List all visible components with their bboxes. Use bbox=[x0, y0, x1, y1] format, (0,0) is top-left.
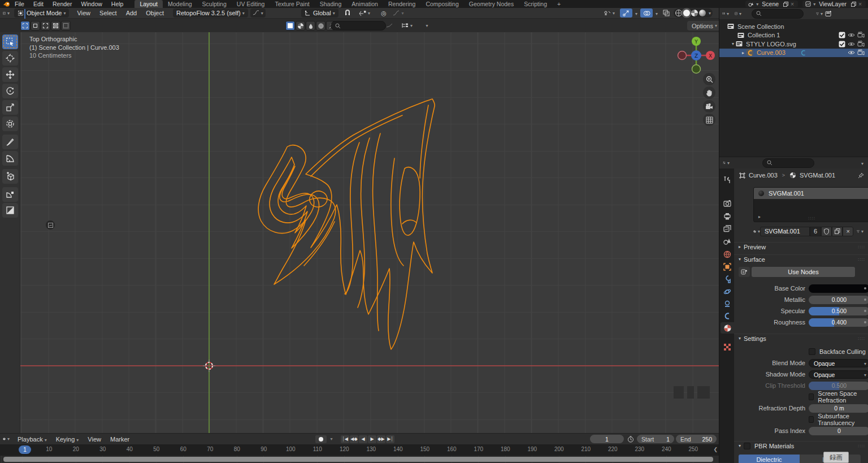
rf-sphere-icon[interactable] bbox=[296, 21, 305, 31]
camera-view-button[interactable] bbox=[703, 100, 715, 112]
rf-world-icon[interactable] bbox=[316, 21, 326, 31]
current-frame-field[interactable]: 1 bbox=[590, 435, 624, 443]
menu-edit[interactable]: Edit bbox=[29, 1, 48, 7]
tab-render[interactable] bbox=[721, 198, 734, 209]
play-button[interactable]: ▶ bbox=[368, 435, 376, 443]
timeline-editor-icon[interactable]: ▾ bbox=[3, 436, 10, 443]
snap-toggle-icon[interactable] bbox=[341, 8, 354, 18]
properties-editor-icon[interactable]: ▾ bbox=[723, 159, 730, 166]
jump-end-button[interactable]: ▶⏐ bbox=[386, 435, 394, 443]
workspace-tab-rendering[interactable]: Rendering bbox=[383, 0, 420, 8]
tab-physics[interactable] bbox=[721, 286, 734, 297]
xray-toggle-icon[interactable] bbox=[660, 8, 672, 18]
datablock-name-field[interactable]: SVGMat.001 bbox=[760, 227, 810, 236]
exclude-checkbox[interactable] bbox=[839, 41, 845, 47]
select-intersect-icon[interactable] bbox=[61, 21, 71, 31]
material-specials-funnel-icon[interactable]: ▾ bbox=[857, 228, 863, 235]
users-count-button[interactable]: 6 bbox=[810, 227, 821, 236]
panel-settings[interactable]: ▾Settings:::: bbox=[734, 334, 868, 343]
workspace-tab-uv-editing[interactable]: UV Editing bbox=[232, 0, 270, 8]
workspace-tab-layout[interactable]: Layout bbox=[134, 0, 163, 8]
tool-add-primitive[interactable] bbox=[2, 169, 18, 184]
metallic-slider[interactable]: 0.000 bbox=[809, 296, 868, 304]
workspace-tab-texture-paint[interactable]: Texture Paint bbox=[270, 0, 314, 8]
tab-texture[interactable] bbox=[721, 341, 734, 353]
overlays-toggle-icon[interactable] bbox=[640, 8, 653, 18]
panel-pbr-materials[interactable]: ▾ PBR Materials:::: bbox=[734, 441, 868, 450]
workspace-tab-shading[interactable]: Shading bbox=[315, 0, 347, 8]
outliner-row-scene-collection[interactable]: Scene Collection bbox=[719, 22, 868, 31]
gizmos-toggle-icon[interactable] bbox=[620, 8, 632, 18]
options-dropdown[interactable]: Options▾ bbox=[687, 21, 722, 31]
shading-wireframe-icon[interactable] bbox=[675, 10, 682, 16]
active-tool-dropdown[interactable]: RetopoFlow 3.2.5 (self) ▾ bbox=[173, 8, 248, 18]
tab-material[interactable] bbox=[721, 322, 734, 334]
styly-logo-curve[interactable] bbox=[249, 90, 452, 362]
panel-surface[interactable]: ▾Surface:::: bbox=[734, 254, 868, 263]
zoom-button[interactable] bbox=[703, 73, 715, 85]
pan-hand-button[interactable] bbox=[703, 86, 715, 99]
tool-extra-1[interactable] bbox=[2, 187, 18, 202]
collapse-arrow-icon[interactable]: ❮ bbox=[713, 447, 718, 452]
prev-frame-button[interactable]: ◀ bbox=[359, 435, 367, 443]
material-slot-list[interactable]: SVGMat.001 ▸ :::: bbox=[753, 187, 868, 222]
nodetree-icon[interactable] bbox=[739, 267, 750, 277]
viewlayer-selector[interactable]: ▾ ViewLayer × bbox=[802, 1, 866, 7]
menu-file[interactable]: File bbox=[10, 1, 29, 7]
keyframe-dot[interactable] bbox=[864, 321, 866, 323]
menu-window[interactable]: Window bbox=[76, 1, 106, 7]
next-keyframe-button[interactable]: ◆▶ bbox=[377, 435, 385, 443]
render-camera-icon[interactable] bbox=[857, 32, 865, 38]
outliner-row-styly-logo[interactable]: ▾ STYLY LOGO.svg bbox=[719, 40, 868, 49]
workspace-tab-animation[interactable]: Animation bbox=[346, 0, 383, 8]
outliner-editor-icon[interactable]: ▾ bbox=[722, 10, 729, 17]
outliner-row-collection-1[interactable]: Collection 1 bbox=[719, 31, 868, 40]
material-slot-selected[interactable]: SVGMat.001 bbox=[754, 188, 868, 199]
breadcrumb-material[interactable]: SVGMat.001 bbox=[800, 172, 835, 179]
menu-view[interactable]: View bbox=[72, 10, 95, 16]
clip-threshold-slider[interactable]: 0.500 bbox=[809, 382, 868, 390]
new-scene-icon[interactable] bbox=[782, 1, 789, 7]
object-visibility-dropdown[interactable]: ▾ bbox=[600, 8, 618, 18]
fake-user-shield-icon[interactable] bbox=[821, 227, 832, 236]
menu-playback[interactable]: Playback▾ bbox=[13, 436, 51, 443]
pin-icon[interactable] bbox=[857, 172, 864, 179]
menu-view-timeline[interactable]: View bbox=[83, 436, 106, 443]
annotation-marker-icon[interactable] bbox=[46, 220, 55, 230]
expand-triangle-icon[interactable]: ▾ bbox=[732, 41, 734, 46]
tool-transform[interactable] bbox=[2, 116, 18, 131]
editor-type-icon[interactable]: ▾ bbox=[3, 10, 10, 16]
sss-checkbox[interactable] bbox=[809, 416, 814, 423]
outliner-filter-icon[interactable]: ▾ bbox=[816, 10, 823, 17]
snap-target-dropdown[interactable]: ▾ bbox=[355, 8, 374, 18]
mode-dropdown[interactable]: Object Mode ▾ bbox=[14, 8, 69, 18]
use-nodes-button[interactable]: Use Nodes bbox=[752, 267, 855, 277]
tool-rotate[interactable] bbox=[2, 84, 18, 98]
breadcrumb-object[interactable]: Curve.003 bbox=[749, 172, 778, 179]
menu-add[interactable]: Add bbox=[121, 10, 142, 16]
unlink-scene-icon[interactable]: × bbox=[789, 1, 796, 7]
copy-datablock-icon[interactable] bbox=[832, 227, 843, 236]
falloff-curve-dropdown[interactable] bbox=[382, 21, 397, 30]
ortho-toggle-button[interactable] bbox=[703, 114, 715, 126]
menu-object[interactable]: Object bbox=[141, 10, 168, 16]
workspace-tab-scripting[interactable]: Scripting bbox=[519, 0, 552, 8]
timeline-scrollbar[interactable] bbox=[3, 457, 713, 462]
browse-material-icon[interactable]: ▾ bbox=[753, 228, 760, 235]
current-frame-indicator[interactable]: 1 bbox=[19, 445, 31, 454]
tool-annotate[interactable] bbox=[2, 135, 18, 149]
add-workspace-button[interactable]: + bbox=[552, 0, 566, 8]
navigation-gizmo[interactable]: Y X Z bbox=[676, 34, 717, 75]
proportional-falloff-dropdown[interactable]: ▾ bbox=[390, 8, 407, 18]
viewport-3d[interactable]: Top Orthographic (1) Scene Collection | … bbox=[20, 32, 719, 433]
menu-select[interactable]: Select bbox=[95, 10, 121, 16]
specular-slider[interactable]: 0.500 bbox=[809, 307, 868, 315]
roughness-slider[interactable]: 0.400 bbox=[809, 318, 868, 327]
workspace-tab-modeling[interactable]: Modeling bbox=[163, 0, 197, 8]
tool-select-box[interactable] bbox=[2, 34, 18, 49]
timeline-ruler[interactable]: 1020304050607080901001101201301401501601… bbox=[0, 444, 719, 456]
prev-keyframe-button[interactable]: ◀◆ bbox=[350, 435, 358, 443]
jump-start-button[interactable]: ⏐◀ bbox=[341, 435, 349, 443]
scene-selector[interactable]: ▾ Scene × bbox=[745, 1, 798, 7]
workspace-tab-geometry-nodes[interactable]: Geometry Nodes bbox=[464, 0, 519, 8]
